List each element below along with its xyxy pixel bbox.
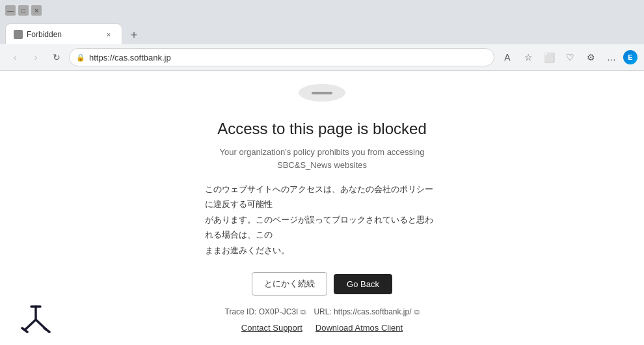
minimize-button[interactable]: — [5, 5, 16, 16]
blocked-icon [299, 84, 345, 102]
page-title: Access to this page is blocked [217, 120, 427, 138]
subtitle: Your organization's policy prohibits you… [220, 146, 425, 171]
svg-line-5 [44, 328, 49, 332]
atmos-logo [20, 301, 52, 334]
tab-view-button[interactable]: ⬜ [540, 48, 558, 66]
back-button[interactable]: ‹ [7, 49, 23, 66]
atmos-logo-svg [20, 301, 52, 334]
url-text: https://cas.softbank.jp [89, 53, 487, 62]
favorites-button[interactable]: ♡ [561, 48, 579, 66]
continue-button[interactable]: とにかく続続 [252, 272, 327, 296]
url-item: URL: https://cas.softbank.jp/ ⧉ [314, 307, 419, 316]
active-tab[interactable]: Forbidden × [5, 23, 122, 44]
maximize-button[interactable]: □ [18, 5, 29, 16]
subtitle-line2: SBC&S_News websites [277, 160, 367, 170]
contact-support-link[interactable]: Contact Support [241, 323, 302, 333]
trace-id-item: Trace ID: OX0P-JC3I ⧉ [225, 307, 306, 316]
trace-id-text: Trace ID: OX0P-JC3I [225, 307, 299, 316]
trace-row: Trace ID: OX0P-JC3I ⧉ URL: https://cas.s… [225, 307, 420, 316]
close-window-button[interactable]: ✕ [31, 5, 42, 16]
minus-symbol [312, 92, 332, 94]
url-copy-icon[interactable]: ⧉ [414, 308, 420, 316]
tab-title: Forbidden [27, 30, 100, 39]
more-options-button[interactable]: … [602, 48, 621, 66]
tab-close-button[interactable]: × [103, 29, 114, 40]
read-aloud-button[interactable]: A [498, 48, 517, 66]
edge-profile-button[interactable]: E [623, 50, 637, 64]
toolbar-right: A ☆ ⬜ ♡ ⚙ … E [498, 48, 637, 66]
svg-line-0 [25, 320, 36, 330]
window-controls: — □ ✕ [5, 5, 42, 16]
go-back-button[interactable]: Go Back [334, 274, 392, 294]
tab-favicon [14, 30, 23, 39]
bookmark-button[interactable]: ☆ [519, 48, 537, 66]
url-trace-text: URL: https://cas.softbank.jp/ [314, 307, 411, 316]
trace-copy-icon[interactable]: ⧉ [301, 308, 306, 316]
extensions-button[interactable]: ⚙ [582, 48, 600, 66]
japanese-description: このウェブサイトへのアクセスは、あなたの会社のポリシーに違反する可能性があります… [205, 182, 439, 258]
new-tab-button[interactable]: + [125, 26, 143, 44]
tab-bar: Forbidden × + [0, 21, 644, 44]
page-content: Access to this page is blocked Your orga… [0, 71, 644, 345]
forward-button[interactable]: › [27, 49, 44, 66]
address-bar: ‹ › ↻ 🔒 https://cas.softbank.jp A ☆ ⬜ ♡ … [0, 44, 644, 70]
browser-chrome: — □ ✕ Forbidden × + ‹ › ↻ 🔒 https://cas.… [0, 0, 644, 71]
download-atmos-link[interactable]: Download Atmos Client [315, 323, 403, 333]
lock-icon: 🔒 [76, 53, 85, 62]
button-row: とにかく続続 Go Back [252, 272, 392, 296]
subtitle-line1: Your organization's policy prohibits you… [220, 147, 425, 157]
japanese-text-content: このウェブサイトへのアクセスは、あなたの会社のポリシーに違反する可能性があります… [205, 184, 433, 255]
links-row: Contact Support Download Atmos Client [241, 323, 403, 333]
title-bar: — □ ✕ [0, 0, 644, 21]
url-bar[interactable]: 🔒 https://cas.softbank.jp [69, 48, 494, 66]
refresh-button[interactable]: ↻ [48, 49, 65, 66]
